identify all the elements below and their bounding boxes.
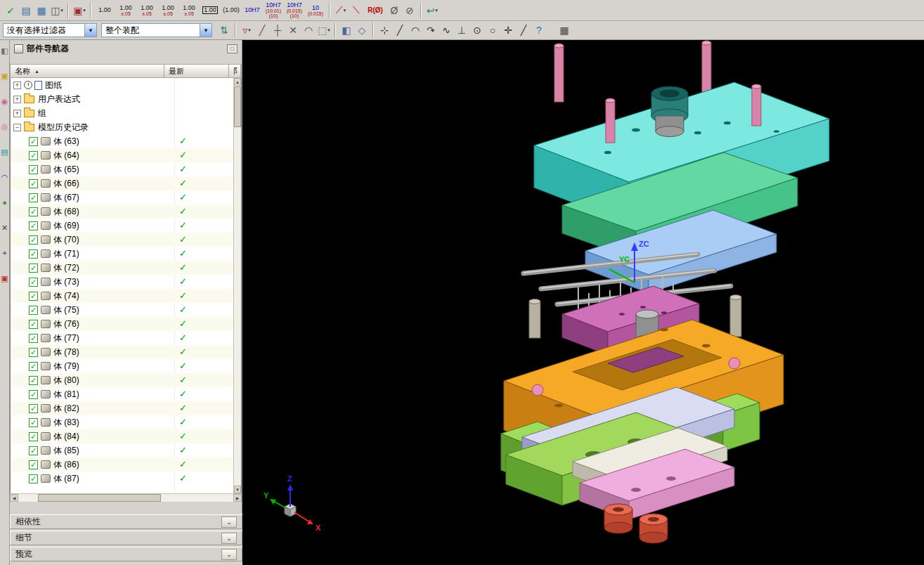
cross-icon[interactable]: ✛	[500, 22, 516, 39]
point-on-curve-icon[interactable]: ⊙	[469, 22, 485, 39]
tree-item-body[interactable]: ✓ 体 (71) ✓	[11, 247, 233, 261]
slant-dimension-2-icon[interactable]: ⟍	[349, 2, 364, 19]
checkbox-icon[interactable]: ✓	[29, 165, 38, 174]
tree-item-body[interactable]: ✓ 体 (81) ✓	[11, 387, 233, 401]
checkbox-icon[interactable]: ✓	[29, 193, 38, 202]
shaded-view-icon[interactable]: ◧	[339, 22, 354, 39]
snap-arc-center-icon[interactable]: ◠	[301, 22, 316, 39]
tree-item-body[interactable]: ✓ 体 (77) ✓	[11, 331, 233, 345]
checkbox-icon[interactable]: ✓	[29, 221, 38, 230]
dimension-style-button[interactable]: 10 (0.015)	[305, 1, 326, 20]
undock-panel-button[interactable]: □	[227, 44, 237, 53]
scroll-up-icon[interactable]: ▲	[234, 78, 241, 86]
selection-filter-combo[interactable]: 没有选择过滤器 ▼	[3, 23, 97, 37]
perpendicular-icon[interactable]: ⊥	[454, 22, 469, 39]
checkbox-icon[interactable]: ✓	[29, 334, 38, 343]
chevron-down-icon[interactable]: ▾	[83, 8, 86, 13]
dimension-style-button[interactable]: 1.00 ±.05	[115, 1, 136, 20]
checkbox-icon[interactable]: ✓	[29, 306, 38, 315]
dimension-style-button[interactable]: (1.00)	[221, 1, 242, 20]
tree-item-body[interactable]: ✓ 体 (83) ✓	[11, 415, 233, 429]
column-header-status[interactable]: 最新	[164, 65, 229, 77]
curve-icon[interactable]: ↷	[423, 22, 438, 39]
sheet-edit-icon[interactable]: ▤	[18, 2, 34, 19]
tree-item-body[interactable]: ✓ 体 (68) ✓	[11, 204, 233, 219]
stamp-icon[interactable]: ▣ ▾	[72, 2, 87, 19]
chevron-down-icon[interactable]: ⌄	[221, 517, 237, 528]
scrollbar-thumb[interactable]	[234, 86, 241, 127]
combo-dropdown-icon[interactable]: ▼	[200, 24, 212, 37]
tree-item-body[interactable]: ✓ 体 (73) ✓	[11, 275, 233, 289]
collapse-icon[interactable]: −	[13, 124, 21, 131]
docked-sphere-icon[interactable]: ●	[0, 197, 9, 207]
tree-item-body[interactable]: ✓ 体 (63) ✓	[11, 134, 233, 148]
combo-dropdown-icon[interactable]: ▼	[84, 24, 96, 37]
dimension-style-button[interactable]: 1.00	[200, 1, 221, 20]
tree-item-body[interactable]: ✓ 体 (86) ✓	[11, 457, 233, 472]
dimension-style-button[interactable]: 1.00 ±.05	[157, 1, 178, 20]
selection-scope-combo[interactable]: 整个装配 ▼	[101, 23, 212, 37]
tree-item-model-history[interactable]: − 模型历史记录	[11, 120, 233, 134]
dimension-style-button[interactable]: 10H7	[242, 1, 263, 20]
chevron-down-icon[interactable]: ▾	[436, 8, 438, 13]
snap-endpoint-icon[interactable]: ╱	[254, 22, 270, 39]
checkbox-icon[interactable]: ✓	[29, 362, 38, 371]
view-style-icon[interactable]: ◫ ▾	[49, 2, 65, 19]
tree-item-body[interactable]: ✓ 体 (82) ✓	[11, 401, 233, 415]
tree-item-body[interactable]: ✓ 体 (64) ✓	[11, 148, 233, 162]
slant-dimension-icon[interactable]: ⟋ ▾	[333, 2, 349, 19]
wireframe-view-icon[interactable]: ◇	[354, 22, 370, 39]
checkbox-icon[interactable]: ✓	[29, 460, 38, 469]
dimension-style-button[interactable]: 1.00 ±.05	[178, 1, 200, 20]
tree-item-body[interactable]: ✓ 体 (76) ✓	[11, 317, 233, 331]
tree-item-body[interactable]: ✓ 体 (65) ✓	[11, 162, 233, 176]
collapsible-panel-header[interactable]: 相依性 ⌄	[10, 514, 242, 529]
tree-item-body[interactable]: ✓ 体 (79) ✓	[11, 359, 233, 373]
checkbox-icon[interactable]: ✓	[29, 320, 38, 329]
docked-arc-icon[interactable]: ◠	[0, 172, 9, 182]
spline-icon[interactable]: ∿	[438, 22, 454, 39]
scrollbar-thumb[interactable]	[38, 494, 161, 502]
tree-item-group[interactable]: + 组	[11, 106, 233, 120]
checkbox-icon[interactable]: ✓	[29, 404, 38, 413]
finish-sketch-icon[interactable]: ✓	[3, 2, 18, 19]
checkbox-icon[interactable]: ✓	[29, 207, 38, 216]
checkbox-icon[interactable]: ✓	[29, 418, 38, 427]
radius-diameter-label-icon[interactable]: R(Ø)	[364, 2, 386, 19]
table-icon[interactable]: ▦	[34, 2, 49, 19]
expand-icon[interactable]: +	[13, 96, 21, 103]
circle-icon[interactable]: ○	[485, 22, 500, 39]
tree-item-body[interactable]: ✓ 体 (69) ✓	[11, 219, 233, 233]
dimension-style-button[interactable]: 1.00 ±.05	[136, 1, 157, 20]
diameter-icon[interactable]: Ø	[386, 2, 402, 19]
dimension-style-button[interactable]: 1.00	[94, 1, 115, 20]
scroll-left-icon[interactable]: ◀	[10, 494, 18, 502]
reorder-icon[interactable]: ⇅	[216, 22, 232, 39]
sort-ascending-icon[interactable]: ▲	[34, 69, 39, 74]
tree-item-body[interactable]: ✓ 体 (85) ✓	[11, 443, 233, 457]
no-diameter-icon[interactable]: ⊘	[402, 2, 417, 19]
docked-ring-icon[interactable]: ◎	[0, 122, 9, 131]
checkbox-icon[interactable]: ✓	[29, 376, 38, 385]
marquee-select-icon[interactable]: ⬚ ▾	[316, 22, 332, 39]
tree-item-body[interactable]: ✓ 体 (74) ✓	[11, 289, 233, 303]
checkbox-icon[interactable]: ✓	[29, 292, 38, 301]
checkbox-icon[interactable]: ✓	[29, 446, 38, 455]
tree-item-user-expressions[interactable]: + 用户表达式	[11, 92, 233, 106]
chevron-down-icon[interactable]: ▾	[60, 8, 63, 13]
collapsible-panel-header[interactable]: 细节 ⌄	[10, 531, 242, 545]
tree-item-body[interactable]: ✓ 体 (87) ✓	[11, 472, 233, 486]
docked-cross-icon[interactable]: ✕	[0, 223, 9, 233]
point-dialog-icon[interactable]: ⊹	[377, 22, 392, 39]
tree-item-body[interactable]: ✓ 体 (72) ✓	[11, 261, 233, 275]
checkbox-icon[interactable]: ✓	[29, 390, 38, 399]
docked-magenta-icon[interactable]: ◉	[0, 96, 9, 106]
scroll-right-icon[interactable]: ▶	[233, 494, 242, 502]
checkbox-icon[interactable]: ✓	[29, 474, 38, 483]
snap-point-icon[interactable]: ▿ ▾	[239, 22, 254, 39]
chevron-down-icon[interactable]: ▾	[248, 27, 251, 33]
docked-red-icon[interactable]: ▣	[0, 273, 9, 283]
tree-vertical-scrollbar[interactable]: ▲ ▼	[233, 78, 241, 493]
collapsible-panel-header[interactable]: 预览 ⌄	[10, 547, 242, 561]
viewport-3d[interactable]: ZC YC	[242, 40, 924, 565]
